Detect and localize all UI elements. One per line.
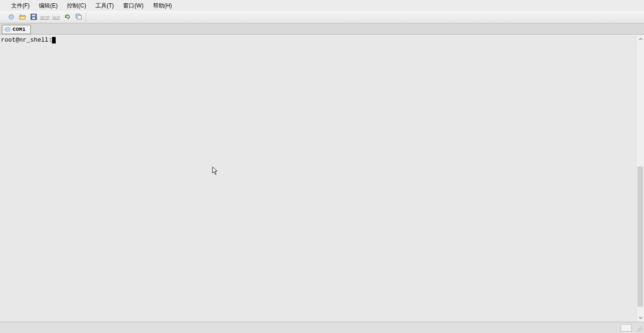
svg-point-9: [7, 29, 8, 30]
open-button[interactable]: [17, 12, 28, 22]
menu-bar: 文件(F) 编辑(E) 控制(C) 工具(T) 窗口(W) 帮助(H): [0, 0, 644, 11]
toolbar: SFTP SCP: [0, 11, 644, 23]
terminal-output: root@nr_shell:: [0, 36, 644, 45]
refresh-button[interactable]: [62, 12, 73, 22]
scroll-thumb[interactable]: [637, 166, 643, 307]
save-button[interactable]: [29, 12, 39, 22]
plug-icon: [7, 13, 15, 22]
svg-rect-6: [77, 15, 81, 19]
cascade-windows-button[interactable]: [73, 12, 84, 22]
refresh-icon: [64, 13, 71, 22]
svg-point-13: [641, 328, 642, 329]
menu-control[interactable]: 控制(C): [62, 0, 91, 11]
toolbar-separator: [86, 13, 86, 22]
grip-icon: [634, 323, 643, 333]
resize-grip[interactable]: [634, 323, 643, 333]
status-well: [621, 324, 632, 332]
serial-port-icon: [4, 26, 11, 33]
svg-point-16: [641, 330, 642, 331]
menu-file[interactable]: 文件(F): [7, 0, 34, 11]
tab-com1[interactable]: COM1: [2, 25, 31, 34]
text-cursor: [52, 37, 56, 43]
toolbar-grip: [2, 13, 4, 22]
menu-edit[interactable]: 编辑(E): [34, 0, 62, 11]
folder-open-icon: [19, 13, 26, 22]
svg-point-15: [639, 330, 640, 331]
sftp-button[interactable]: SFTP: [40, 14, 50, 21]
chevron-up-icon: [639, 37, 643, 42]
prompt-text: root@nr_shell:: [1, 36, 52, 43]
menu-window[interactable]: 窗口(W): [118, 0, 148, 11]
svg-point-14: [637, 330, 638, 331]
svg-point-12: [639, 328, 640, 329]
scroll-up-button[interactable]: [637, 36, 644, 43]
menu-help[interactable]: 帮助(H): [148, 0, 177, 11]
chevron-down-icon: [639, 316, 643, 320]
new-connection-button[interactable]: [6, 12, 16, 22]
scp-button[interactable]: SCP: [51, 14, 61, 21]
status-bar: [0, 322, 644, 333]
svg-rect-1: [10, 14, 12, 15]
svg-point-11: [641, 326, 642, 327]
svg-rect-4: [32, 17, 35, 19]
tab-label: COM1: [13, 27, 26, 32]
svg-point-10: [8, 29, 9, 30]
svg-rect-3: [32, 14, 36, 16]
menu-tool[interactable]: 工具(T): [91, 0, 118, 11]
windows-icon: [75, 13, 82, 22]
terminal-area[interactable]: root@nr_shell:: [0, 36, 644, 322]
vertical-scrollbar[interactable]: [636, 36, 644, 322]
floppy-disk-icon: [30, 13, 37, 22]
tab-bar: COM1: [0, 23, 644, 35]
scroll-down-button[interactable]: [637, 314, 644, 322]
svg-point-8: [6, 29, 7, 30]
